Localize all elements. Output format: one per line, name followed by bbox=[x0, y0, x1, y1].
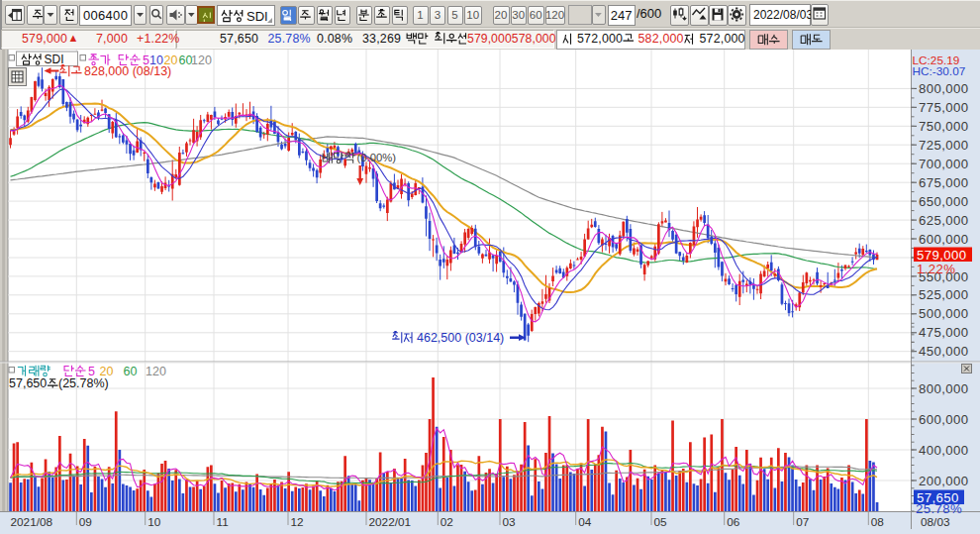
svg-text:04: 04 bbox=[578, 515, 592, 529]
svg-text:462,500 (03/14): 462,500 (03/14) bbox=[417, 331, 504, 345]
svg-text:600,000: 600,000 bbox=[919, 412, 968, 427]
svg-text:475,000: 475,000 bbox=[919, 325, 968, 340]
svg-text:60: 60 bbox=[124, 365, 138, 378]
svg-text:SDI: SDI bbox=[45, 53, 64, 66]
svg-text:11: 11 bbox=[217, 515, 229, 529]
svg-text:(0.00%): (0.00%) bbox=[357, 152, 397, 163]
svg-text:775,000: 775,000 bbox=[919, 100, 968, 115]
svg-text:725,000: 725,000 bbox=[919, 138, 968, 153]
svg-text:450,000: 450,000 bbox=[919, 344, 968, 359]
svg-text:828,000 (08/13): 828,000 (08/13) bbox=[84, 64, 171, 78]
svg-text:2022/01: 2022/01 bbox=[369, 515, 412, 529]
svg-text:2021/08: 2021/08 bbox=[11, 515, 53, 529]
svg-text:12: 12 bbox=[291, 515, 304, 529]
svg-text:120: 120 bbox=[191, 53, 212, 67]
svg-text:1.22%: 1.22% bbox=[917, 262, 955, 276]
svg-text:03: 03 bbox=[503, 515, 517, 529]
svg-text:SDI: SDI bbox=[246, 8, 268, 23]
svg-text:10: 10 bbox=[147, 515, 161, 529]
svg-text:200,000: 200,000 bbox=[919, 474, 968, 488]
svg-text:HC:-30.07: HC:-30.07 bbox=[913, 64, 966, 78]
svg-text:57,650: 57,650 bbox=[9, 376, 47, 390]
svg-text:400,000: 400,000 bbox=[919, 443, 968, 458]
svg-text:525,000: 525,000 bbox=[919, 287, 968, 302]
svg-text:750,000: 750,000 bbox=[919, 119, 968, 134]
svg-text:600,000: 600,000 bbox=[919, 232, 968, 247]
svg-text:(25.78%): (25.78%) bbox=[58, 376, 109, 390]
svg-text:500,000: 500,000 bbox=[919, 306, 968, 321]
svg-text:09: 09 bbox=[79, 515, 92, 529]
svg-text:579,000: 579,000 bbox=[917, 248, 966, 263]
svg-text:25.78%: 25.78% bbox=[916, 501, 962, 516]
svg-text:02: 02 bbox=[441, 515, 453, 529]
svg-text:08: 08 bbox=[871, 515, 885, 529]
svg-text:650,000: 650,000 bbox=[919, 194, 968, 209]
svg-text:800,000: 800,000 bbox=[919, 81, 968, 96]
svg-text:06: 06 bbox=[727, 515, 740, 529]
svg-text:700,000: 700,000 bbox=[919, 157, 968, 171]
svg-text:120: 120 bbox=[146, 365, 166, 378]
svg-text:07: 07 bbox=[796, 515, 809, 529]
svg-text:05: 05 bbox=[654, 515, 668, 529]
svg-text:08/03: 08/03 bbox=[921, 515, 950, 529]
svg-text:675,000: 675,000 bbox=[919, 175, 968, 190]
svg-text:625,000: 625,000 bbox=[919, 213, 968, 228]
svg-text:800,000: 800,000 bbox=[919, 381, 968, 396]
